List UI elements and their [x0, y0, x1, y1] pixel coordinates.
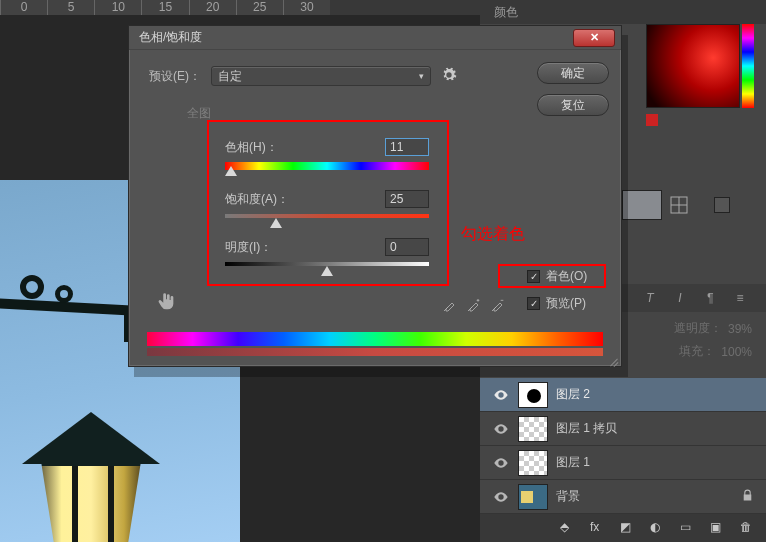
layer-name[interactable]: 图层 1 拷贝: [556, 420, 617, 437]
layer-name[interactable]: 图层 2: [556, 386, 590, 403]
new-layer-icon[interactable]: ▣: [710, 520, 726, 536]
ruler-tick: 20: [189, 0, 236, 15]
spectrum-bar-top: [147, 332, 603, 346]
visibility-eye-icon[interactable]: [492, 488, 510, 506]
current-swatch[interactable]: [646, 114, 658, 126]
type-tool-icon[interactable]: T: [642, 290, 658, 306]
layer-thumbnail[interactable]: [518, 416, 548, 442]
lamp-cap-shape: [22, 412, 160, 464]
tab-color[interactable]: 颜色: [494, 4, 518, 21]
layer-thumbnail[interactable]: [518, 382, 548, 408]
opacity-label: 遮明度：: [674, 320, 722, 337]
layer-name[interactable]: 背景: [556, 488, 580, 505]
ruler-tick: 30: [283, 0, 330, 15]
dialog-titlebar[interactable]: 色相/饱和度 ✕: [129, 26, 621, 50]
visibility-eye-icon[interactable]: [492, 386, 510, 404]
italic-icon[interactable]: I: [672, 290, 688, 306]
saturation-row: 饱和度(A)： 25: [225, 190, 429, 218]
lightness-slider[interactable]: [225, 262, 429, 266]
preset-value: 自定: [218, 68, 242, 85]
lamp-scroll: [20, 275, 44, 299]
layer-thumbnail[interactable]: [518, 450, 548, 476]
layers-panel: 图层 2 图层 1 拷贝 图层 1 背景: [480, 378, 766, 514]
eyedropper-subtract-icon[interactable]: [489, 296, 507, 314]
sliders: 色相(H)： 11 饱和度(A)： 25 明度(I)：: [225, 138, 429, 266]
lightness-input[interactable]: 0: [385, 238, 429, 256]
layer-row[interactable]: 图层 1: [480, 446, 766, 480]
layer-row[interactable]: 图层 2: [480, 378, 766, 412]
hue-row: 色相(H)： 11: [225, 138, 429, 170]
grid-icon[interactable]: [670, 196, 688, 214]
saturation-slider[interactable]: [225, 214, 429, 218]
fill-label: 填充：: [679, 343, 715, 360]
ruler-tick: 5: [47, 0, 94, 15]
saturation-input[interactable]: 25: [385, 190, 429, 208]
saturation-label: 饱和度(A)：: [225, 191, 289, 208]
hue-strip[interactable]: [742, 24, 754, 108]
lightness-row: 明度(I)： 0: [225, 238, 429, 266]
layer-thumbnail[interactable]: [518, 484, 548, 510]
char-option-icon[interactable]: ¶: [702, 290, 718, 306]
checkbox-icon: [527, 270, 540, 283]
slider-handle[interactable]: [270, 218, 282, 228]
panel-tabstrip: 颜色: [480, 0, 766, 24]
navigator-thumbnail[interactable]: [622, 190, 662, 220]
lightness-label: 明度(I)：: [225, 239, 272, 256]
spectrum-bar-bottom: [147, 348, 603, 356]
hue-slider[interactable]: [225, 162, 429, 170]
mini-swatch[interactable]: [714, 197, 730, 213]
scrubby-hand-icon[interactable]: [155, 290, 179, 314]
slider-handle[interactable]: [225, 166, 237, 176]
lock-icon[interactable]: [741, 489, 754, 505]
horizontal-ruler: 0 5 10 15 20 25 30: [0, 0, 330, 15]
layer-row[interactable]: 图层 1 拷贝: [480, 412, 766, 446]
color-field[interactable]: [646, 24, 740, 108]
close-button[interactable]: ✕: [573, 29, 615, 47]
layer-row[interactable]: 背景: [480, 480, 766, 514]
hue-input[interactable]: 11: [385, 138, 429, 156]
lamp-scroll: [55, 285, 73, 303]
chevron-down-icon: ▾: [419, 71, 424, 81]
color-picker-panel: [646, 24, 740, 108]
colorize-checkbox[interactable]: 着色(O): [527, 268, 587, 285]
group-icon[interactable]: ▭: [680, 520, 696, 536]
dialog-title: 色相/饱和度: [135, 29, 202, 46]
char-option-icon[interactable]: ≡: [732, 290, 748, 306]
slider-handle[interactable]: [321, 266, 333, 276]
link-layers-icon[interactable]: ⬘: [560, 520, 576, 536]
ruler-tick: 0: [0, 0, 47, 15]
eyedropper-add-icon[interactable]: [465, 296, 483, 314]
hue-saturation-dialog: 色相/饱和度 ✕ 预设(E)： 自定 ▾ 确定 复位 全图 色相(H)： 11: [128, 25, 622, 367]
lamp-body-shape: [32, 464, 150, 542]
ruler-tick: 25: [236, 0, 283, 15]
visibility-eye-icon[interactable]: [492, 454, 510, 472]
trash-icon[interactable]: 🗑: [740, 520, 756, 536]
ruler-tick: 10: [94, 0, 141, 15]
reset-button[interactable]: 复位: [537, 94, 609, 116]
adjustment-layer-icon[interactable]: ◐: [650, 520, 666, 536]
preset-label: 预设(E)：: [149, 68, 201, 85]
hue-label: 色相(H)：: [225, 139, 278, 156]
preview-checkbox[interactable]: 预览(P): [527, 295, 587, 312]
fill-value[interactable]: 100%: [721, 345, 752, 359]
preview-label: 预览(P): [546, 295, 586, 312]
layer-mask-icon[interactable]: ◩: [620, 520, 636, 536]
eyedropper-group: [441, 296, 507, 314]
gear-icon[interactable]: [441, 67, 459, 85]
visibility-eye-icon[interactable]: [492, 420, 510, 438]
preset-select[interactable]: 自定 ▾: [211, 66, 431, 86]
resize-grip-icon[interactable]: [607, 354, 619, 366]
layer-name[interactable]: 图层 1: [556, 454, 590, 471]
checkbox-icon: [527, 297, 540, 310]
layer-ops-bar: ⬘ fx ◩ ◐ ▭ ▣ 🗑: [480, 514, 766, 542]
ok-button[interactable]: 确定: [537, 62, 609, 84]
ruler-tick: 15: [141, 0, 188, 15]
annotation-text: 勾选着色: [461, 224, 525, 245]
eyedropper-icon[interactable]: [441, 296, 459, 314]
colorize-label: 着色(O): [546, 268, 587, 285]
layer-style-icon[interactable]: fx: [590, 520, 606, 536]
opacity-value[interactable]: 39%: [728, 322, 752, 336]
